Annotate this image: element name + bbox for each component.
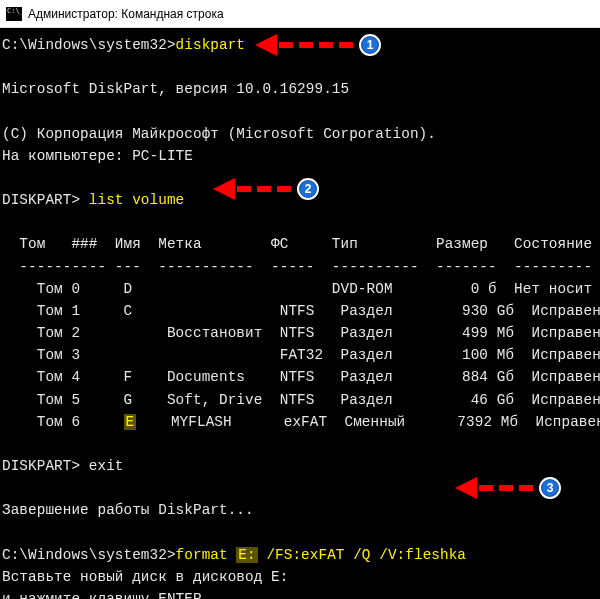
- copyright-line: (C) Корпорация Майкрософт (Microsoft Cor…: [2, 126, 436, 142]
- volume-row-6-post: MYFLASH exFAT Сменный 7392 Мб Исправен: [136, 414, 600, 430]
- volume-row-5: Том 5 G Soft, Drive NTFS Раздел 46 Gб Ис…: [2, 392, 600, 408]
- prompt-2-command: list volume: [89, 192, 184, 208]
- prompt-2-path: DISKPART>: [2, 192, 89, 208]
- volume-row-3: Том 3 FAT32 Раздел 100 Мб Исправен: [2, 347, 600, 363]
- format-msg-1: Вставьте новый диск в дисковод E:: [2, 569, 288, 585]
- closing-line: Завершение работы DiskPart...: [2, 502, 254, 518]
- prompt-4-drive: E:: [236, 547, 257, 563]
- volume-row-6-pre: Том 6: [2, 414, 124, 430]
- diskpart-version: Microsoft DiskPart, версия 10.0.16299.15: [2, 81, 349, 97]
- cmd-icon: [6, 7, 22, 21]
- prompt-3: DISKPART> exit: [2, 458, 124, 474]
- volume-row-0: Том 0 D DVD-ROM 0 б Нет носит: [2, 281, 592, 297]
- volume-row-2: Том 2 Восстановит NTFS Раздел 499 Мб Исп…: [2, 325, 600, 341]
- volume-table-divider: ---------- --- ----------- ----- -------…: [2, 259, 592, 275]
- computer-line: На компьютере: PC-LITE: [2, 148, 193, 164]
- prompt-4-cmd-b: /FS:exFAT /Q /V:fleshka: [258, 547, 466, 563]
- terminal-output[interactable]: C:\Windows\system32>diskpart Microsoft D…: [0, 28, 600, 599]
- command-prompt-window: Администратор: Командная строка C:\Windo…: [0, 0, 600, 599]
- volume-table-header: Том ### Имя Метка ФС Тип Размер Состояни…: [2, 236, 592, 252]
- format-msg-2: и нажмите клавишу ENTER...: [2, 591, 228, 599]
- titlebar: Администратор: Командная строка: [0, 0, 600, 28]
- prompt-4-path: C:\Windows\system32>: [2, 547, 176, 563]
- prompt-4-cmd-a: format: [176, 547, 237, 563]
- volume-row-6-letter: E: [124, 414, 137, 430]
- prompt-1-command: diskpart: [176, 37, 245, 53]
- prompt-1-path: C:\Windows\system32>: [2, 37, 176, 53]
- window-title: Администратор: Командная строка: [28, 7, 224, 21]
- volume-row-1: Том 1 C NTFS Раздел 930 Gб Исправен: [2, 303, 600, 319]
- volume-row-4: Том 4 F Documents NTFS Раздел 884 Gб Исп…: [2, 369, 600, 385]
